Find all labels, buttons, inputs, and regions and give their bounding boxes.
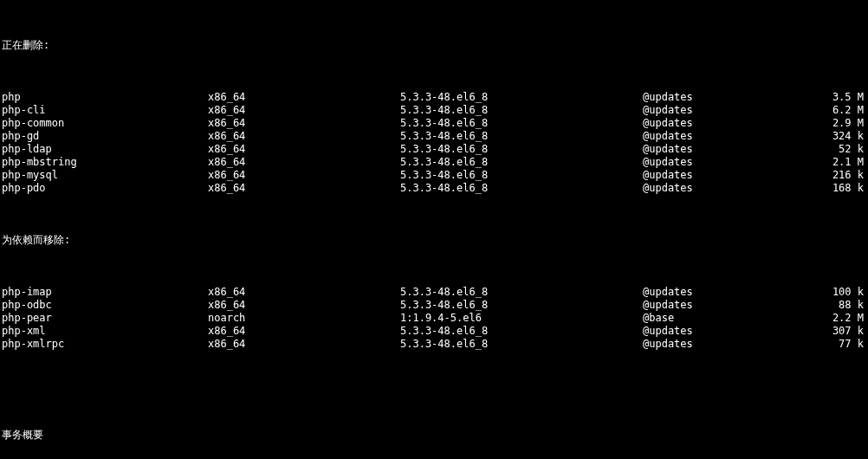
package-row: php-gdx86_645.3.3-48.el6_8@updates324 k (0, 130, 868, 143)
pkg-size: 100 k (803, 286, 867, 299)
pkg-version: 5.3.3-48.el6_8 (400, 182, 643, 195)
pkg-repo: @updates (643, 338, 803, 351)
pkg-size: 2.1 M (803, 156, 867, 169)
package-row: php-mbstringx86_645.3.3-48.el6_8@updates… (0, 156, 868, 169)
package-row: php-pdox86_645.3.3-48.el6_8@updates168 k (0, 182, 868, 195)
pkg-version: 5.3.3-48.el6_8 (400, 130, 643, 143)
pkg-arch: x86_64 (208, 91, 400, 104)
pkg-name: php (0, 91, 208, 104)
pkg-version: 1:1.9.4-5.el6 (400, 312, 643, 325)
blank-line (0, 390, 868, 403)
pkg-version: 5.3.3-48.el6_8 (400, 117, 643, 130)
pkg-size: 88 k (803, 299, 867, 312)
package-row: php-odbcx86_645.3.3-48.el6_8@updates88 k (0, 299, 868, 312)
package-row: php-mysqlx86_645.3.3-48.el6_8@updates216… (0, 169, 868, 182)
pkg-size: 6.2 M (803, 104, 867, 117)
pkg-name: php-xml (0, 325, 208, 338)
pkg-repo: @updates (643, 130, 803, 143)
section-summary: 事务概要 (0, 429, 868, 442)
pkg-version: 5.3.3-48.el6_8 (400, 104, 643, 117)
section-removing: 正在删除: (0, 39, 868, 52)
pkg-arch: x86_64 (208, 338, 400, 351)
pkg-repo: @updates (643, 143, 803, 156)
pkg-arch: x86_64 (208, 117, 400, 130)
pkg-size: 2.9 M (803, 117, 867, 130)
pkg-size: 307 k (803, 325, 867, 338)
pkg-name: php-mysql (0, 169, 208, 182)
pkg-repo: @updates (643, 325, 803, 338)
pkg-repo: @updates (643, 117, 803, 130)
pkg-repo: @updates (643, 182, 803, 195)
pkg-size: 77 k (803, 338, 867, 351)
pkg-name: php-common (0, 117, 208, 130)
pkg-name: php-odbc (0, 299, 208, 312)
pkg-version: 5.3.3-48.el6_8 (400, 325, 643, 338)
pkg-version: 5.3.3-48.el6_8 (400, 143, 643, 156)
pkg-size: 2.2 M (803, 312, 867, 325)
pkg-size: 52 k (803, 143, 867, 156)
pkg-arch: noarch (208, 312, 400, 325)
pkg-version: 5.3.3-48.el6_8 (400, 91, 643, 104)
pkg-version: 5.3.3-48.el6_8 (400, 286, 643, 299)
pkg-arch: x86_64 (208, 104, 400, 117)
pkg-version: 5.3.3-48.el6_8 (400, 169, 643, 182)
package-row: php-commonx86_645.3.3-48.el6_8@updates2.… (0, 117, 868, 130)
pkg-arch: x86_64 (208, 286, 400, 299)
pkg-version: 5.3.3-48.el6_8 (400, 299, 643, 312)
pkg-repo: @updates (643, 299, 803, 312)
pkg-size: 216 k (803, 169, 867, 182)
pkg-arch: x86_64 (208, 325, 400, 338)
pkg-arch: x86_64 (208, 182, 400, 195)
pkg-arch: x86_64 (208, 299, 400, 312)
package-row: php-clix86_645.3.3-48.el6_8@updates6.2 M (0, 104, 868, 117)
pkg-name: php-mbstring (0, 156, 208, 169)
pkg-version: 5.3.3-48.el6_8 (400, 156, 643, 169)
package-row: php-ldapx86_645.3.3-48.el6_8@updates52 k (0, 143, 868, 156)
pkg-version: 5.3.3-48.el6_8 (400, 338, 643, 351)
package-table-remove: phpx86_645.3.3-48.el6_8@updates3.5 Mphp-… (0, 91, 868, 195)
pkg-size: 168 k (803, 182, 867, 195)
pkg-arch: x86_64 (208, 169, 400, 182)
package-table-deps: php-imapx86_645.3.3-48.el6_8@updates100 … (0, 286, 868, 351)
section-removing-deps: 为依赖而移除: (0, 234, 868, 247)
pkg-repo: @updates (643, 169, 803, 182)
pkg-repo: @base (643, 312, 803, 325)
package-row: php-xmlx86_645.3.3-48.el6_8@updates307 k (0, 325, 868, 338)
package-row: php-pearnoarch1:1.9.4-5.el6@base2.2 M (0, 312, 868, 325)
pkg-repo: @updates (643, 104, 803, 117)
pkg-name: php-imap (0, 286, 208, 299)
pkg-name: php-pdo (0, 182, 208, 195)
pkg-repo: @updates (643, 91, 803, 104)
pkg-repo: @updates (643, 156, 803, 169)
pkg-arch: x86_64 (208, 143, 400, 156)
pkg-arch: x86_64 (208, 130, 400, 143)
pkg-name: php-ldap (0, 143, 208, 156)
package-row: php-xmlrpcx86_645.3.3-48.el6_8@updates77… (0, 338, 868, 351)
pkg-arch: x86_64 (208, 156, 400, 169)
pkg-name: php-pear (0, 312, 208, 325)
pkg-repo: @updates (643, 286, 803, 299)
package-row: phpx86_645.3.3-48.el6_8@updates3.5 M (0, 91, 868, 104)
pkg-name: php-gd (0, 130, 208, 143)
pkg-size: 324 k (803, 130, 867, 143)
package-row: php-imapx86_645.3.3-48.el6_8@updates100 … (0, 286, 868, 299)
terminal-output: 正在删除: phpx86_645.3.3-48.el6_8@updates3.5… (0, 0, 868, 459)
pkg-name: php-xmlrpc (0, 338, 208, 351)
pkg-size: 3.5 M (803, 91, 867, 104)
pkg-name: php-cli (0, 104, 208, 117)
